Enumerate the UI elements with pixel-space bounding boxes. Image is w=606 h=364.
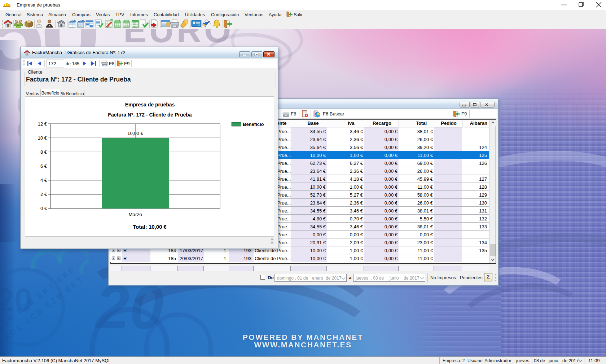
svg-text:8 €: 8 € <box>40 149 47 155</box>
svg-text:2 €: 2 € <box>40 192 47 197</box>
svg-text:10,00 €: 10,00 € <box>127 131 143 136</box>
svg-text:12 €: 12 € <box>38 121 47 127</box>
svg-text:0 €: 0 € <box>40 206 47 211</box>
svg-text:Marzo: Marzo <box>128 212 142 217</box>
svg-text:4 €: 4 € <box>40 177 47 183</box>
svg-text:Beneficio: Beneficio <box>243 122 264 127</box>
svg-text:10 €: 10 € <box>38 135 47 141</box>
svg-text:Total: 10,00 €: Total: 10,00 € <box>133 224 167 230</box>
svg-text:6 €: 6 € <box>40 163 47 169</box>
